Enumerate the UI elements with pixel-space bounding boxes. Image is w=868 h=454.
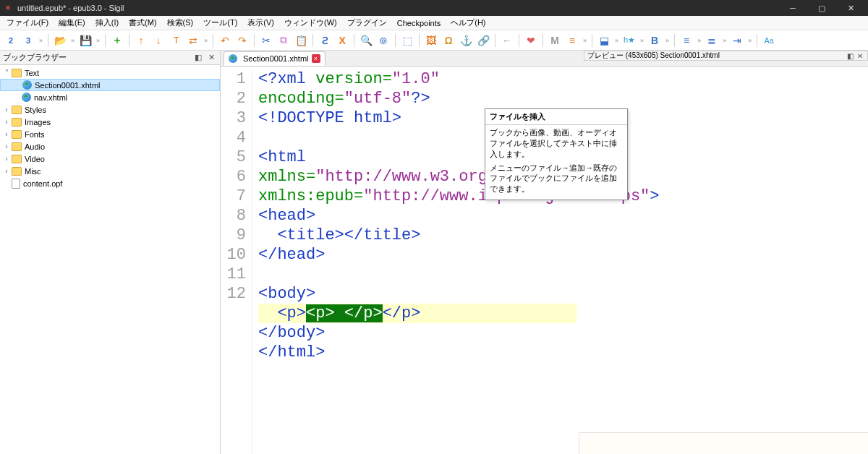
close-button[interactable]: ✕ — [836, 0, 865, 16]
overflow-icon[interactable]: » — [38, 37, 44, 44]
tree-folder[interactable]: ›Images — [0, 116, 220, 128]
menu-bar: ファイル(F) 編集(E) 挿入(I) 書式(M) 検索(S) ツール(T) 表… — [0, 16, 868, 30]
hstar-icon[interactable]: h★ — [621, 33, 637, 48]
twisty-icon[interactable]: › — [1, 167, 12, 175]
case-icon[interactable]: Aa — [761, 33, 777, 48]
tree-folder[interactable]: ›Styles — [0, 103, 220, 116]
overflow-icon[interactable]: » — [69, 37, 76, 44]
menu-format[interactable]: 書式(M) — [124, 16, 162, 30]
code-line[interactable]: </head> — [258, 245, 576, 265]
redo-icon[interactable]: ↷ — [234, 33, 250, 48]
twisty-icon[interactable]: › — [1, 142, 12, 150]
bold-icon[interactable]: B — [647, 33, 663, 48]
copy-icon[interactable]: ⧉ — [276, 33, 292, 48]
tree-label: Video — [25, 155, 45, 163]
panel-close-icon[interactable]: ✕ — [856, 51, 864, 60]
zoom-icon[interactable]: 🔍 — [358, 33, 374, 48]
tree-folder[interactable]: ›Misc — [0, 165, 220, 177]
tree-folder[interactable]: ›Video — [0, 153, 220, 165]
twisty-icon[interactable]: › — [1, 106, 12, 113]
twisty-icon[interactable]: › — [1, 155, 12, 163]
type-icon[interactable]: Ƭ — [168, 33, 184, 48]
add-icon[interactable]: ＋ — [109, 33, 125, 48]
omega-icon[interactable]: Ω — [441, 33, 456, 48]
menu-view[interactable]: 表示(V) — [242, 16, 279, 30]
save-icon[interactable]: 💾 — [77, 33, 93, 48]
sigil-icon[interactable]: Ꙅ — [317, 33, 333, 48]
undo-icon[interactable]: ↶ — [217, 33, 233, 48]
back-icon[interactable]: ← — [499, 33, 515, 48]
menu-search[interactable]: 検索(S) — [162, 16, 199, 30]
overflow-icon[interactable]: » — [696, 37, 702, 44]
h3-icon[interactable]: 3 — [20, 33, 36, 48]
image-icon[interactable]: 🖼 — [423, 33, 439, 48]
code-line[interactable]: <p><p> </p></p> — [258, 304, 576, 323]
maximize-button[interactable]: ▢ — [807, 0, 836, 16]
twisty-icon[interactable]: › — [1, 118, 12, 126]
open-icon[interactable]: 📂 — [52, 33, 68, 48]
arrow-up-icon[interactable]: ↑ — [133, 33, 149, 48]
code-line[interactable]: </html> — [258, 343, 576, 362]
check-icon[interactable]: X — [334, 33, 350, 48]
cut-icon[interactable]: ✂ — [258, 33, 274, 48]
overflow-icon[interactable]: » — [613, 37, 620, 44]
tree-label: Images — [25, 118, 51, 127]
link-icon[interactable]: 🔗 — [475, 33, 491, 48]
list-icon[interactable]: ≣ — [704, 33, 720, 48]
m-icon[interactable]: M — [547, 33, 563, 48]
tree-label: Styles — [25, 106, 46, 114]
insert-file-icon[interactable]: ⬚ — [399, 33, 415, 48]
tree-file[interactable]: nav.xhtml — [0, 91, 220, 103]
twisty-icon[interactable]: › — [1, 130, 12, 138]
overflow-icon[interactable]: » — [664, 37, 671, 44]
indent-icon[interactable]: ⇥ — [729, 33, 745, 48]
anchor-icon[interactable]: ⚓ — [458, 33, 474, 48]
menu-plugin[interactable]: プラグイン — [342, 16, 392, 30]
tree-file[interactable]: Section0001.xhtml — [0, 79, 220, 91]
panel-float-icon[interactable]: ◧ — [846, 51, 854, 60]
menu-tools[interactable]: ツール(T) — [198, 16, 242, 30]
lines-icon[interactable]: ≡ — [564, 33, 580, 48]
code-line[interactable]: </body> — [258, 323, 576, 343]
overflow-icon[interactable]: » — [203, 37, 209, 44]
tab-close-icon[interactable]: × — [312, 54, 320, 63]
file-tree[interactable]: ˅TextSection0001.xhtmlnav.xhtml›Styles›I… — [0, 65, 220, 454]
tree-file[interactable]: content.opf — [0, 177, 220, 189]
folder-icon — [12, 142, 22, 151]
paste-icon[interactable]: 📋 — [293, 33, 309, 48]
overflow-icon[interactable]: » — [95, 37, 101, 44]
menu-file[interactable]: ファイル(F) — [1, 16, 54, 30]
locate-icon[interactable]: ⊚ — [375, 33, 391, 48]
block-icon[interactable]: ⬓ — [596, 33, 612, 48]
code-line[interactable]: <title></title> — [258, 226, 576, 245]
twisty-icon[interactable]: ˅ — [1, 69, 12, 77]
code-line[interactable]: <?xml version="1.0" encoding="utf-8"?> — [258, 69, 576, 108]
heart-icon[interactable]: ❤ — [523, 33, 539, 48]
panel-close-icon[interactable]: ✕ — [205, 52, 217, 64]
tree-folder[interactable]: ˅Text — [0, 67, 220, 79]
panel-float-icon[interactable]: ◧ — [192, 52, 204, 64]
tree-folder[interactable]: ›Fonts — [0, 128, 220, 140]
book-browser-panel: ブックブラウザー ◧ ✕ ˅TextSection0001.xhtmlnav.x… — [0, 51, 221, 454]
overflow-icon[interactable]: » — [639, 37, 645, 44]
reverse-icon[interactable]: ⇄ — [185, 33, 201, 48]
minimize-button[interactable]: ─ — [778, 0, 807, 16]
globe-icon — [22, 80, 32, 90]
menu-checkpoints[interactable]: Checkpoints — [392, 17, 446, 29]
overflow-icon[interactable]: » — [746, 37, 753, 44]
menu-insert[interactable]: 挿入(I) — [90, 16, 124, 30]
tab-section0001[interactable]: Section0001.xhtml × — [224, 51, 326, 66]
align-left-icon[interactable]: ≡ — [678, 33, 694, 48]
arrow-down-icon[interactable]: ↓ — [150, 33, 166, 48]
menu-window[interactable]: ウィンドウ(W) — [279, 16, 342, 30]
overflow-icon[interactable]: » — [721, 37, 728, 44]
menu-edit[interactable]: 編集(E) — [54, 16, 90, 30]
tree-folder[interactable]: ›Audio — [0, 140, 220, 153]
menu-help[interactable]: ヘルプ(H) — [446, 16, 490, 30]
code-line[interactable] — [258, 265, 576, 284]
line-gutter: 123456789101112 — [221, 67, 252, 454]
h2-icon[interactable]: 2 — [3, 33, 19, 48]
code-line[interactable]: <head> — [258, 206, 576, 226]
overflow-icon[interactable]: » — [582, 37, 588, 44]
code-line[interactable]: <body> — [258, 284, 576, 304]
